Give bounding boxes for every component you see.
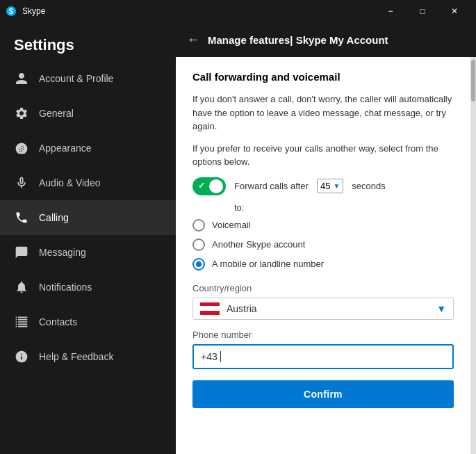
mic-icon [14,175,29,190]
phone-prefix: +43 [201,351,218,362]
content-header-title: Manage features| Skype My Account [208,34,388,46]
country-dropdown-arrow-icon: ▼ [436,303,446,314]
window-title: Skype [22,6,45,16]
sidebar-label-messaging: Messaging [39,247,86,258]
sidebar-label-general: General [39,108,74,119]
content-body: Call forwarding and voicemail If you don… [176,57,470,454]
sidebar-item-appearance[interactable]: Appearance [0,131,176,165]
sidebar-item-general[interactable]: General [0,96,176,131]
sidebar-label-calling: Calling [39,212,69,223]
radio-another-skype[interactable]: Another Skype account [192,238,454,251]
toggle-check-icon: ✓ [198,181,205,190]
austria-flag-icon [200,302,220,315]
sidebar: Settings Account & Profile General Appea… [0,22,176,454]
confirm-button[interactable]: Confirm [192,380,454,408]
radio-another-skype-label: Another Skype account [212,239,305,250]
title-bar: S Skype − □ ✕ [0,0,476,22]
content-body-wrapper: Call forwarding and voicemail If you don… [176,57,476,454]
sidebar-item-audio-video[interactable]: Audio & Video [0,165,176,200]
sidebar-item-help[interactable]: Help & Feedback [0,339,176,374]
sidebar-label-appearance: Appearance [39,143,92,154]
forward-calls-label: Forward calls after [234,181,309,191]
sidebar-item-messaging[interactable]: Messaging [0,235,176,270]
content-area: ← Manage features| Skype My Account Call… [176,22,476,454]
radio-mobile-landline-label: A mobile or landline number [212,259,324,269]
radio-mobile-landline[interactable]: A mobile or landline number [192,258,454,270]
sidebar-item-contacts[interactable]: Contacts [0,305,176,339]
phone-icon [14,210,29,225]
seconds-value: 45 [320,181,330,191]
sidebar-label-contacts: Contacts [39,316,77,327]
bell-icon [14,279,29,295]
close-button[interactable]: ✕ [438,0,470,22]
maximize-button[interactable]: □ [407,0,438,22]
sidebar-item-calling[interactable]: Calling [0,200,176,235]
country-select[interactable]: Austria ▼ [192,298,454,320]
radio-circle-voicemail [192,219,205,232]
toggle-row: ✓ Forward calls after 45 ▼ seconds [192,177,454,195]
flag-red-bottom [200,311,220,315]
app-body: Settings Account & Profile General Appea… [0,22,476,454]
scrollbar-track[interactable] [470,57,476,454]
radio-circle-another-skype [192,238,205,251]
sidebar-item-account[interactable]: Account & Profile [0,61,176,96]
info-icon [14,349,29,364]
description-2: If you prefer to receive your calls anot… [192,142,454,169]
to-label: to: [234,202,244,213]
minimize-button[interactable]: − [375,0,407,22]
person-icon [14,71,29,86]
scrollbar-thumb[interactable] [471,60,475,102]
title-bar-left: S Skype [6,6,45,17]
radio-circle-mobile-landline [192,258,205,270]
content-header: ← Manage features| Skype My Account [176,22,476,57]
sidebar-header: Settings [0,22,176,61]
description-1: If you don't answer a call, don't worry,… [192,92,454,133]
radio-group: Voicemail Another Skype account A mobile… [192,219,454,270]
svg-text:S: S [9,8,14,15]
forward-calls-toggle[interactable]: ✓ [192,177,226,195]
dropdown-caret-icon: ▼ [333,182,340,190]
phone-input-wrapper[interactable]: +43 [192,344,454,369]
radio-voicemail[interactable]: Voicemail [192,219,454,232]
radio-voicemail-label: Voicemail [212,220,251,230]
country-left: Austria [200,302,257,315]
sidebar-label-help: Help & Feedback [39,351,113,362]
back-button[interactable]: ← [187,33,199,47]
sidebar-item-notifications[interactable]: Notifications [0,270,176,305]
title-bar-controls: − □ ✕ [375,0,470,22]
chat-icon [14,245,29,260]
seconds-select[interactable]: 45 ▼ [317,179,343,193]
appearance-icon [14,140,29,156]
sidebar-label-notifications: Notifications [39,282,92,293]
gear-icon [14,106,29,121]
sidebar-label-account: Account & Profile [39,73,113,84]
contacts-icon [14,314,29,330]
skype-logo-icon: S [6,6,17,17]
country-label: Country/region [192,283,454,293]
phone-label: Phone number [192,330,454,340]
sidebar-label-audio-video: Audio & Video [39,177,100,188]
phone-cursor [220,351,221,362]
country-name: Austria [227,303,257,314]
seconds-unit-label: seconds [352,181,385,191]
section-title: Call forwarding and voicemail [192,71,454,83]
